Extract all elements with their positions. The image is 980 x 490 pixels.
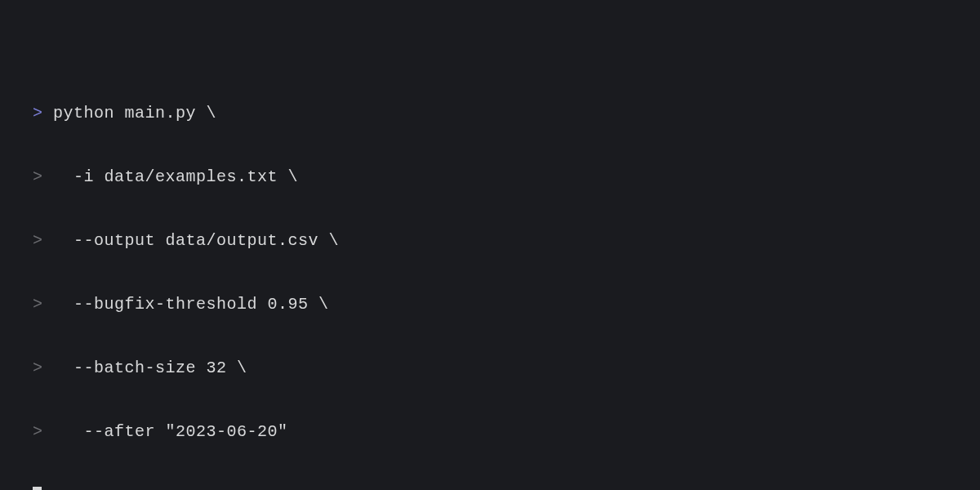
terminal-line: > --bugfix-threshold 0.95 \ <box>33 294 947 315</box>
prompt-continuation: > <box>33 231 43 250</box>
command-text: --batch-size 32 \ <box>43 359 247 377</box>
terminal-line: > python main.py \ <box>33 103 947 124</box>
terminal[interactable]: > python main.py \ > -i data/examples.tx… <box>33 60 947 490</box>
prompt-continuation: > <box>33 359 43 377</box>
prompt-continuation: > <box>33 422 43 441</box>
command-text: -i data/examples.txt \ <box>43 167 299 186</box>
terminal-line: > --output data/output.csv \ <box>33 230 947 252</box>
terminal-line: > --batch-size 32 \ <box>33 358 947 379</box>
prompt-continuation: > <box>33 167 43 186</box>
terminal-line: > -i data/examples.txt \ <box>33 167 947 188</box>
terminal-line: > --after "2023-06-20" <box>33 421 947 443</box>
command-text: --bugfix-threshold 0.95 \ <box>43 295 329 314</box>
command-text: --output data/output.csv \ <box>43 231 340 250</box>
cursor-line <box>33 485 947 490</box>
command-text: python main.py \ <box>43 104 217 122</box>
prompt-primary: > <box>33 104 43 122</box>
prompt-continuation: > <box>33 295 43 314</box>
command-text: --after "2023-06-20" <box>43 422 288 441</box>
cursor-icon <box>33 487 42 490</box>
